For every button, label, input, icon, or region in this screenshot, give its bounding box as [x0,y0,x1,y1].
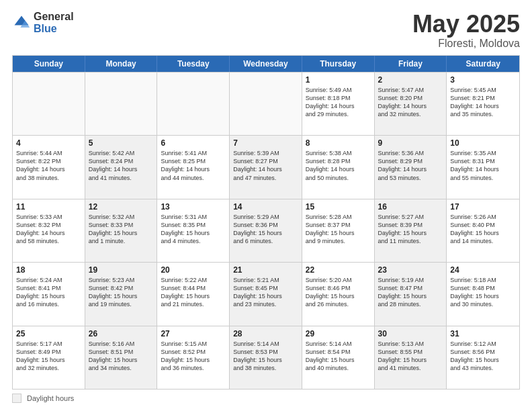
day-detail: Sunrise: 5:20 AM Sunset: 8:46 PM Dayligh… [306,276,371,309]
legend: Daylight hours [12,394,520,403]
calendar-header-row: SundayMondayTuesdayWednesdayThursdayFrid… [13,56,519,72]
day-detail: Sunrise: 5:14 AM Sunset: 8:54 PM Dayligh… [306,340,371,373]
day-detail: Sunrise: 5:24 AM Sunset: 8:41 PM Dayligh… [16,276,81,309]
day-number: 6 [161,138,226,148]
day-detail: Sunrise: 5:32 AM Sunset: 8:33 PM Dayligh… [89,213,154,246]
table-row: 6Sunrise: 5:41 AM Sunset: 8:25 PM Daylig… [157,136,230,198]
day-number: 14 [233,202,298,212]
table-row: 2Sunrise: 5:47 AM Sunset: 8:20 PM Daylig… [375,73,447,135]
day-number: 30 [378,329,443,338]
table-row: 29Sunrise: 5:14 AM Sunset: 8:54 PM Dayli… [302,326,375,389]
day-detail: Sunrise: 5:17 AM Sunset: 8:49 PM Dayligh… [16,340,81,373]
table-row: 10Sunrise: 5:35 AM Sunset: 8:31 PM Dayli… [447,136,519,198]
table-row: 24Sunrise: 5:18 AM Sunset: 8:48 PM Dayli… [447,263,519,325]
day-number: 24 [450,265,516,275]
day-number: 25 [16,329,81,338]
day-detail: Sunrise: 5:14 AM Sunset: 8:53 PM Dayligh… [233,340,298,373]
day-detail: Sunrise: 5:28 AM Sunset: 8:37 PM Dayligh… [306,213,371,246]
table-row: 17Sunrise: 5:26 AM Sunset: 8:40 PM Dayli… [447,199,519,262]
day-number: 11 [16,202,81,212]
day-number: 21 [233,265,298,275]
day-number: 27 [161,329,226,338]
day-number: 31 [450,329,516,338]
calendar-week: 25Sunrise: 5:17 AM Sunset: 8:49 PM Dayli… [13,326,519,389]
day-detail: Sunrise: 5:49 AM Sunset: 8:18 PM Dayligh… [306,86,371,119]
table-row: 20Sunrise: 5:22 AM Sunset: 8:44 PM Dayli… [157,263,230,325]
day-number: 29 [306,329,371,338]
day-number: 3 [450,75,516,85]
day-number: 18 [16,265,81,275]
table-row: 5Sunrise: 5:42 AM Sunset: 8:24 PM Daylig… [85,136,158,198]
table-row: 14Sunrise: 5:29 AM Sunset: 8:36 PM Dayli… [230,199,302,262]
title-block: May 2025 Floresti, Moldova [412,11,520,50]
calendar-week: 11Sunrise: 5:33 AM Sunset: 8:32 PM Dayli… [13,199,519,262]
day-detail: Sunrise: 5:23 AM Sunset: 8:42 PM Dayligh… [89,276,154,309]
day-number: 28 [233,329,298,338]
calendar-day-header: Sunday [13,56,85,72]
table-row: 26Sunrise: 5:16 AM Sunset: 8:51 PM Dayli… [85,326,158,389]
table-row: 27Sunrise: 5:15 AM Sunset: 8:52 PM Dayli… [157,326,230,389]
calendar-week: 4Sunrise: 5:44 AM Sunset: 8:22 PM Daylig… [13,135,519,198]
day-number: 19 [89,265,154,275]
day-number: 1 [306,75,371,85]
logo-blue: Blue [34,23,74,35]
day-number: 23 [378,265,443,275]
day-number: 13 [161,202,226,212]
table-row: 3Sunrise: 5:45 AM Sunset: 8:21 PM Daylig… [447,73,519,135]
calendar-week: 18Sunrise: 5:24 AM Sunset: 8:41 PM Dayli… [13,262,519,325]
day-detail: Sunrise: 5:35 AM Sunset: 8:31 PM Dayligh… [450,149,516,182]
calendar-day-header: Thursday [302,56,375,72]
day-number: 4 [16,138,81,148]
day-detail: Sunrise: 5:36 AM Sunset: 8:29 PM Dayligh… [378,149,443,182]
day-detail: Sunrise: 5:12 AM Sunset: 8:56 PM Dayligh… [450,340,516,373]
day-detail: Sunrise: 5:38 AM Sunset: 8:28 PM Dayligh… [306,149,371,182]
table-row: 31Sunrise: 5:12 AM Sunset: 8:56 PM Dayli… [447,326,519,389]
table-row: 28Sunrise: 5:14 AM Sunset: 8:53 PM Dayli… [230,326,302,389]
table-row: 11Sunrise: 5:33 AM Sunset: 8:32 PM Dayli… [13,199,85,262]
day-detail: Sunrise: 5:45 AM Sunset: 8:21 PM Dayligh… [450,86,516,119]
logo-general: General [34,11,74,23]
calendar-day-header: Friday [375,56,447,72]
day-detail: Sunrise: 5:39 AM Sunset: 8:27 PM Dayligh… [233,149,298,182]
day-number: 26 [89,329,154,338]
table-row: 23Sunrise: 5:19 AM Sunset: 8:47 PM Dayli… [375,263,447,325]
day-detail: Sunrise: 5:44 AM Sunset: 8:22 PM Dayligh… [16,149,81,182]
calendar-day-header: Tuesday [157,56,230,72]
calendar-day-header: Saturday [447,56,519,72]
day-detail: Sunrise: 5:31 AM Sunset: 8:35 PM Dayligh… [161,213,226,246]
day-number: 12 [89,202,154,212]
header: General Blue May 2025 Floresti, Moldova [12,11,520,50]
day-detail: Sunrise: 5:15 AM Sunset: 8:52 PM Dayligh… [161,340,226,373]
day-detail: Sunrise: 5:18 AM Sunset: 8:48 PM Dayligh… [450,276,516,309]
table-row: 16Sunrise: 5:27 AM Sunset: 8:39 PM Dayli… [375,199,447,262]
table-row: 12Sunrise: 5:32 AM Sunset: 8:33 PM Dayli… [85,199,158,262]
calendar-location: Floresti, Moldova [412,38,520,50]
legend-box [12,394,21,403]
day-number: 20 [161,265,226,275]
day-detail: Sunrise: 5:33 AM Sunset: 8:32 PM Dayligh… [16,213,81,246]
day-number: 2 [378,75,443,85]
table-row: 25Sunrise: 5:17 AM Sunset: 8:49 PM Dayli… [13,326,85,389]
table-row: 9Sunrise: 5:36 AM Sunset: 8:29 PM Daylig… [375,136,447,198]
day-detail: Sunrise: 5:22 AM Sunset: 8:44 PM Dayligh… [161,276,226,309]
calendar: SundayMondayTuesdayWednesdayThursdayFrid… [12,55,520,390]
table-row [157,73,230,135]
calendar-week: 1Sunrise: 5:49 AM Sunset: 8:18 PM Daylig… [13,72,519,135]
table-row: 7Sunrise: 5:39 AM Sunset: 8:27 PM Daylig… [230,136,302,198]
day-number: 9 [378,138,443,148]
calendar-day-header: Wednesday [230,56,302,72]
day-detail: Sunrise: 5:41 AM Sunset: 8:25 PM Dayligh… [161,149,226,182]
day-number: 8 [306,138,371,148]
day-number: 5 [89,138,154,148]
legend-label: Daylight hours [27,394,74,402]
table-row: 19Sunrise: 5:23 AM Sunset: 8:42 PM Dayli… [85,263,158,325]
day-detail: Sunrise: 5:47 AM Sunset: 8:20 PM Dayligh… [378,86,443,119]
day-detail: Sunrise: 5:16 AM Sunset: 8:51 PM Dayligh… [89,340,154,373]
day-detail: Sunrise: 5:26 AM Sunset: 8:40 PM Dayligh… [450,213,516,246]
page: General Blue May 2025 Floresti, Moldova … [0,0,532,411]
table-row [85,73,158,135]
table-row: 1Sunrise: 5:49 AM Sunset: 8:18 PM Daylig… [302,73,375,135]
logo-text: General Blue [34,11,74,34]
calendar-body: 1Sunrise: 5:49 AM Sunset: 8:18 PM Daylig… [13,72,519,389]
day-detail: Sunrise: 5:27 AM Sunset: 8:39 PM Dayligh… [378,213,443,246]
